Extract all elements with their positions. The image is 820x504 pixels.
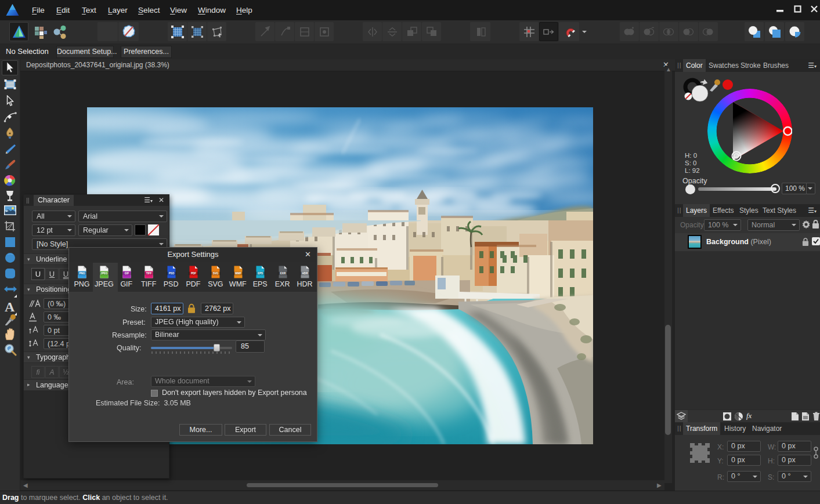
svg-text:TIFF: TIFF	[146, 272, 152, 275]
svg-text:HDR: HDR	[302, 272, 309, 275]
svg-text:WMF: WMF	[235, 272, 241, 275]
svg-text:PNG: PNG	[80, 272, 85, 275]
svg-text:EXR: EXR	[280, 272, 286, 275]
svg-text:EPS: EPS	[258, 272, 263, 275]
svg-text:SVG: SVG	[213, 272, 219, 275]
svg-text:PDF: PDF	[191, 272, 196, 275]
svg-text:GIF: GIF	[124, 272, 129, 275]
svg-text:PSD: PSD	[168, 272, 174, 275]
svg-text:JPEG: JPEG	[101, 272, 109, 275]
